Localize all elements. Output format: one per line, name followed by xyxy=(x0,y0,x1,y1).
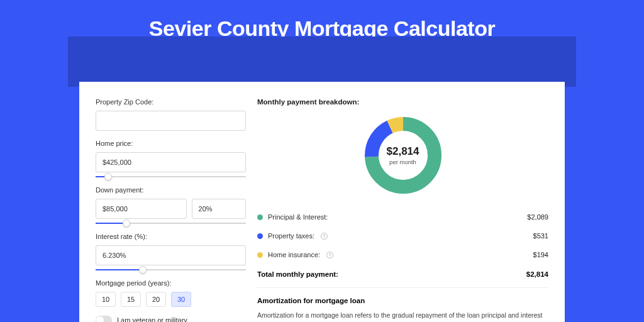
rate-slider-thumb[interactable] xyxy=(139,266,147,274)
amortization-text: Amortization for a mortgage loan refers … xyxy=(257,311,548,322)
period-option-30[interactable]: 30 xyxy=(171,292,191,307)
amortization-title: Amortization for mortgage loan xyxy=(257,297,548,304)
veteran-label: I am veteran or military xyxy=(117,316,187,322)
donut-amount: $2,814 xyxy=(387,145,419,158)
total-label: Total monthly payment: xyxy=(257,270,338,278)
legend-label: Home insurance: xyxy=(268,251,320,258)
downpayment-label: Down payment: xyxy=(96,186,246,194)
zip-field-group: Property Zip Code: xyxy=(96,98,246,131)
price-slider-thumb[interactable] xyxy=(104,173,112,180)
price-input[interactable] xyxy=(96,152,246,172)
total-row: Total monthly payment: $2,814 xyxy=(257,264,548,287)
rate-label: Interest rate (%): xyxy=(96,233,246,240)
legend-value: $531 xyxy=(533,232,548,240)
period-field-group: Mortgage period (years): 10 15 20 30 xyxy=(96,279,246,307)
rate-input[interactable] xyxy=(96,245,246,265)
legend-principal: Principal & Interest: $2,089 xyxy=(257,208,548,226)
amortization-section: Amortization for mortgage loan Amortizat… xyxy=(257,287,548,322)
zip-label: Property Zip Code: xyxy=(96,98,246,106)
price-label: Home price: xyxy=(96,140,246,147)
zip-input[interactable] xyxy=(96,111,246,131)
form-panel: Property Zip Code: Home price: Down paym… xyxy=(79,82,246,322)
downpayment-slider[interactable] xyxy=(96,223,246,224)
veteran-row: I am veteran or military xyxy=(96,316,246,322)
calculator-card: Property Zip Code: Home price: Down paym… xyxy=(79,82,565,322)
breakdown-panel: Monthly payment breakdown: $2,814 per mo… xyxy=(246,82,565,322)
rate-slider[interactable] xyxy=(96,269,246,270)
legend-label: Property taxes: xyxy=(268,232,314,240)
price-field-group: Home price: xyxy=(96,140,246,177)
donut-chart-wrap: $2,814 per month xyxy=(257,114,548,196)
total-value: $2,814 xyxy=(526,270,548,278)
dot-icon xyxy=(257,252,263,258)
price-slider[interactable] xyxy=(96,176,246,177)
dot-icon xyxy=(257,214,263,220)
period-label: Mortgage period (years): xyxy=(96,279,246,287)
period-option-15[interactable]: 15 xyxy=(121,292,141,307)
period-option-20[interactable]: 20 xyxy=(146,292,166,307)
help-icon[interactable]: ? xyxy=(321,233,328,240)
breakdown-title: Monthly payment breakdown: xyxy=(257,98,548,106)
period-options: 10 15 20 30 xyxy=(96,292,246,307)
legend-insurance: Home insurance: ? $194 xyxy=(257,245,548,264)
dot-icon xyxy=(257,233,263,239)
rate-field-group: Interest rate (%): xyxy=(96,233,246,270)
legend-value: $194 xyxy=(533,251,548,258)
downpayment-percent-input[interactable] xyxy=(192,199,246,219)
downpayment-amount-input[interactable] xyxy=(96,199,187,219)
period-option-10[interactable]: 10 xyxy=(96,292,116,307)
downpayment-field-group: Down payment: xyxy=(96,186,246,224)
donut-sub: per month xyxy=(389,158,416,165)
legend-value: $2,089 xyxy=(527,213,548,221)
legend-taxes: Property taxes: ? $531 xyxy=(257,226,548,245)
downpayment-slider-thumb[interactable] xyxy=(123,219,130,227)
toggle-knob-icon xyxy=(96,316,104,322)
help-icon[interactable]: ? xyxy=(326,252,333,258)
header-backdrop xyxy=(68,36,576,87)
donut-chart: $2,814 per month xyxy=(362,114,444,196)
veteran-toggle[interactable] xyxy=(96,316,112,322)
legend-label: Principal & Interest: xyxy=(268,213,328,221)
